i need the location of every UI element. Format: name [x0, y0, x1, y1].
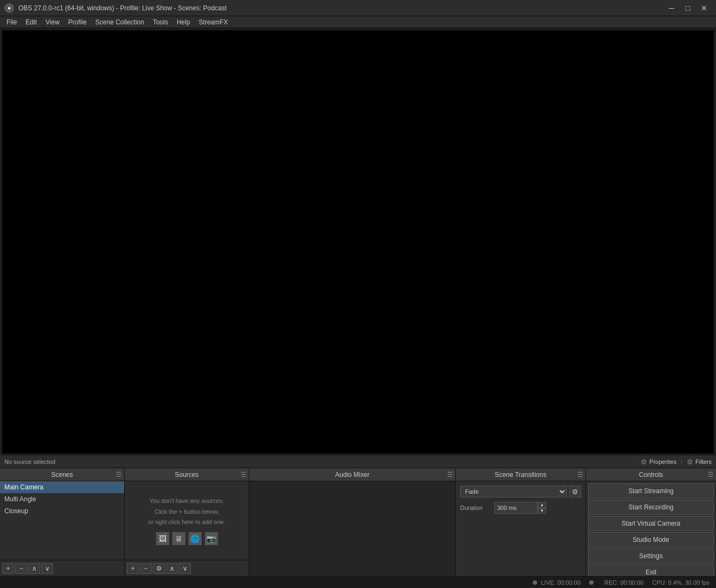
scenes-down-button[interactable]: ∨	[41, 563, 53, 574]
audiomixer-panel: Audio Mixer ☰	[249, 468, 456, 576]
audiomixer-panel-header: Audio Mixer ☰	[249, 468, 455, 481]
menu-file[interactable]: File	[2, 17, 21, 27]
menu-view[interactable]: View	[41, 17, 64, 27]
scene-item-main-camera[interactable]: Main Camera	[0, 481, 124, 493]
sources-panel-menu-icon[interactable]: ☰	[241, 471, 247, 479]
transition-type-select[interactable]: Fade	[460, 486, 567, 497]
controls-panel: Controls ☰ Start Streaming Start Recordi…	[586, 468, 716, 576]
sources-add-button[interactable]: +	[127, 563, 139, 574]
audiomixer-panel-menu-icon[interactable]: ☰	[447, 471, 453, 479]
duration-up-button[interactable]: ▲	[538, 502, 546, 508]
scenes-panel: Scenes ☰ Main Camera Multi Angle Closeup…	[0, 468, 125, 576]
start-recording-button[interactable]: Start Recording	[588, 500, 714, 515]
scenes-list: Main Camera Multi Angle Closeup	[0, 481, 124, 560]
audiomixer-content	[249, 481, 455, 576]
display-source-icon: 🖥	[172, 532, 185, 545]
preview-canvas	[2, 30, 714, 454]
rec-indicator-dot	[589, 580, 594, 585]
start-streaming-button[interactable]: Start Streaming	[588, 483, 714, 499]
maximize-button[interactable]: □	[680, 3, 695, 14]
sources-empty-state: You don't have any sources. Click the + …	[125, 481, 249, 560]
controls-header-label: Controls	[639, 471, 663, 479]
filters-btn[interactable]: Filters	[695, 458, 712, 465]
live-label: LIVE:	[541, 579, 556, 586]
app-icon: ●	[4, 3, 14, 13]
controls-panel-header: Controls ☰	[586, 468, 716, 481]
no-source-label: No source selected	[4, 458, 55, 465]
duration-spinners: ▲ ▼	[538, 502, 546, 514]
transitions-header-label: Scene Transitions	[495, 471, 546, 479]
menu-edit[interactable]: Edit	[21, 17, 41, 27]
controls-panel-menu-icon[interactable]: ☰	[708, 471, 714, 479]
scenes-header-label: Scenes	[51, 471, 73, 479]
titlebar-text: OBS 27.0.0-rc1 (64-bit, windows) - Profi…	[18, 4, 664, 12]
sources-up-button[interactable]: ∧	[166, 563, 178, 574]
browser-source-icon: 🌐	[189, 532, 202, 545]
duration-row: Duration ▲ ▼	[460, 502, 581, 514]
camera-source-icon: 📷	[205, 532, 218, 545]
minimize-button[interactable]: ─	[664, 3, 679, 14]
duration-down-button[interactable]: ▼	[538, 508, 546, 514]
duration-label: Duration	[460, 505, 490, 511]
scenes-add-button[interactable]: +	[2, 563, 14, 574]
window-controls: ─ □ ✕	[664, 3, 712, 14]
image-source-icon: 🖼	[156, 532, 169, 545]
transitions-panel-header: Scene Transitions ☰	[456, 468, 585, 481]
sources-settings-button[interactable]: ⚙	[153, 563, 165, 574]
properties-btn[interactable]: Properties	[649, 458, 676, 465]
live-status: LIVE: 00:00:00	[533, 579, 580, 586]
transitions-panel-menu-icon[interactable]: ☰	[577, 471, 583, 479]
start-virtual-camera-button[interactable]: Start Virtual Camera	[588, 516, 714, 531]
transitions-content: Fade ⚙ Duration ▲ ▼	[456, 481, 585, 576]
status-top-bar: No source selected ⚙ Properties | ⚙ Filt…	[0, 456, 716, 468]
settings-button[interactable]: Settings	[588, 548, 714, 564]
panels-row: Scenes ☰ Main Camera Multi Angle Closeup…	[0, 468, 716, 576]
cpu-status: CPU: 0.4%, 30.00 fps	[652, 579, 709, 586]
live-time: 00:00:00	[557, 579, 580, 586]
controls-content: Start Streaming Start Recording Start Vi…	[586, 481, 716, 582]
transition-settings-button[interactable]: ⚙	[569, 486, 581, 497]
scenes-up-button[interactable]: ∧	[28, 563, 40, 574]
sources-panel-header: Sources ☰	[125, 468, 249, 481]
scenes-panel-header: Scenes ☰	[0, 468, 124, 481]
sources-header-label: Sources	[175, 471, 198, 479]
scenes-remove-button[interactable]: −	[15, 563, 27, 574]
scene-item-multi-angle[interactable]: Multi Angle	[0, 493, 124, 505]
menu-help[interactable]: Help	[172, 17, 195, 27]
duration-input-wrap: ▲ ▼	[494, 502, 581, 514]
scenes-panel-footer: + − ∧ ∨	[0, 560, 124, 576]
duration-input[interactable]	[494, 502, 538, 514]
menu-tools[interactable]: Tools	[149, 17, 172, 27]
statusbar-bottom: LIVE: 00:00:00 REC: 00:00:00 CPU: 0.4%, …	[0, 576, 716, 588]
titlebar: ● OBS 27.0.0-rc1 (64-bit, windows) - Pro…	[0, 0, 716, 16]
sources-down-button[interactable]: ∨	[179, 563, 191, 574]
menubar: File Edit View Profile Scene Collection …	[0, 16, 716, 28]
close-button[interactable]: ✕	[696, 3, 712, 14]
transition-select-row: Fade ⚙	[460, 486, 581, 497]
bottom-section: Scenes ☰ Main Camera Multi Angle Closeup…	[0, 468, 716, 588]
sources-empty-text: You don't have any sources. Click the + …	[149, 496, 225, 528]
menu-profile[interactable]: Profile	[64, 17, 91, 27]
audiomixer-header-label: Audio Mixer	[335, 471, 369, 479]
source-type-icons: 🖼 🖥 🌐 📷	[156, 532, 218, 545]
transitions-panel: Scene Transitions ☰ Fade ⚙ Duration ▲	[456, 468, 586, 576]
scene-item-closeup[interactable]: Closeup	[0, 505, 124, 517]
menu-streamfx[interactable]: StreamFX	[195, 17, 233, 27]
rec-time: 00:00:00	[620, 579, 643, 586]
rec-status: REC: 00:00:00	[604, 579, 643, 586]
scenes-panel-menu-icon[interactable]: ☰	[116, 471, 122, 479]
studio-mode-button[interactable]: Studio Mode	[588, 532, 714, 547]
sources-remove-button[interactable]: −	[140, 563, 152, 574]
menu-scene-collection[interactable]: Scene Collection	[91, 17, 149, 27]
rec-label: REC:	[604, 579, 618, 586]
live-indicator-dot	[533, 580, 537, 585]
sources-panel: Sources ☰ You don't have any sources. Cl…	[125, 468, 249, 576]
sources-panel-footer: + − ⚙ ∧ ∨	[125, 560, 249, 576]
